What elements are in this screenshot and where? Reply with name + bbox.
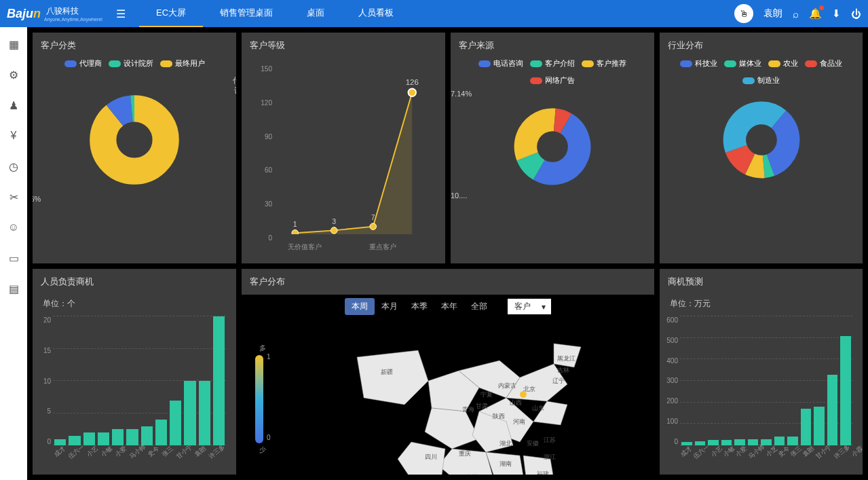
download-icon[interactable]: ⬇ xyxy=(832,7,841,20)
svg-point-6 xyxy=(408,88,415,96)
panel-industry: 行业分布 科技业媒体业农业食品业制造业 科技业：... 媒体业：4.17% 农业… xyxy=(660,33,863,263)
bell-icon[interactable]: 🔔 xyxy=(809,7,822,20)
svg-text:湖北: 湖北 xyxy=(499,440,512,447)
gear-icon[interactable]: ⚙ xyxy=(7,68,20,81)
username: 袁朗 xyxy=(763,7,782,20)
unit-label: 单位：万元 xyxy=(660,295,863,313)
legend-item[interactable]: 媒体业 xyxy=(724,58,761,69)
logo-cn: 八骏科技 xyxy=(46,5,102,17)
slice-label: 网络广告：7.14% xyxy=(451,89,472,99)
svg-text:陕西: 陕西 xyxy=(493,413,505,420)
legend: 代理商设计院所最终用户 xyxy=(33,58,236,72)
svg-point-5 xyxy=(370,223,377,230)
bar xyxy=(801,409,812,445)
line-chart: 1501209060300 1 3 7 126 无价值客户 重点客户 xyxy=(255,65,432,242)
avatar[interactable]: 🖱 xyxy=(734,4,753,23)
x-axis: 成才伍六一小艺小敏小爱马小帅小芝史今张三袁朗甘小宁许三多小霞 xyxy=(680,447,852,456)
power-icon[interactable]: ⏻ xyxy=(851,8,861,20)
monitor-icon[interactable]: ▭ xyxy=(7,251,20,265)
bar-chart: 20151050 xyxy=(53,316,226,445)
nav-tabs: EC大屏 销售管理桌面 桌面 人员看板 xyxy=(139,0,411,27)
tools-icon[interactable]: ✂ xyxy=(7,190,20,204)
filter-year[interactable]: 本年 xyxy=(434,298,464,315)
legend-item[interactable]: 科技业 xyxy=(680,58,717,69)
slice-label: 代理商：9.38% xyxy=(233,75,236,86)
user-icon[interactable]: ☺ xyxy=(7,221,20,234)
legend-item[interactable]: 设计院所 xyxy=(109,58,153,69)
filter-month[interactable]: 本月 xyxy=(375,298,404,315)
hamburger-icon[interactable]: ☰ xyxy=(116,7,126,20)
x-axis: 成才伍六一小艺小敏小爱马小帅史今张三甘小宁袁朗许三多 xyxy=(53,447,226,456)
filter-quarter[interactable]: 本季 xyxy=(404,298,434,315)
bar xyxy=(184,381,195,445)
legend-item[interactable]: 农业 xyxy=(768,58,798,69)
svg-text:湖南: 湖南 xyxy=(499,460,512,467)
tab-staff[interactable]: 人员看板 xyxy=(341,0,411,27)
svg-text:3: 3 xyxy=(332,217,336,225)
filter-week[interactable]: 本周 xyxy=(345,298,375,315)
person-icon[interactable]: ♟ xyxy=(7,98,20,112)
search-icon[interactable]: ⌕ xyxy=(793,8,799,20)
legend-item[interactable]: 电话咨询 xyxy=(478,58,523,69)
bar xyxy=(748,439,759,446)
bar xyxy=(774,437,785,445)
tab-desktop[interactable]: 桌面 xyxy=(290,0,341,27)
dimension-select[interactable]: 客户 ▾ xyxy=(508,299,551,314)
y-axis: 20151050 xyxy=(36,316,51,445)
grid-icon[interactable]: ▦ xyxy=(7,37,20,51)
svg-text:辽宁: 辽宁 xyxy=(552,377,565,384)
compass-icon[interactable]: ◷ xyxy=(7,160,20,173)
svg-text:新疆: 新疆 xyxy=(381,369,393,375)
legend-item[interactable]: 食品业 xyxy=(805,58,842,69)
bar xyxy=(126,429,138,445)
svg-text:安徽: 安徽 xyxy=(527,440,539,447)
legend-item[interactable]: 网络广告 xyxy=(530,75,575,86)
y-axis: 1501209060300 xyxy=(255,65,272,242)
top-bar: Bajun 八骏科技 Anyone,Anytime,Anywhere! ☰ EC… xyxy=(0,0,868,27)
panel-customer-distribution: 客户分布 本周 本月 本季 本年 全部 客户 ▾ 多 1 0 xyxy=(242,269,654,475)
user-area: 🖱 袁朗 ⌕ 🔔 ⬇ ⏻ xyxy=(734,4,861,23)
svg-text:7: 7 xyxy=(371,213,375,221)
filter-all[interactable]: 全部 xyxy=(464,298,494,315)
slice-label: 设计院所：1.... xyxy=(234,86,236,96)
bar xyxy=(840,336,851,446)
svg-text:北京: 北京 xyxy=(523,386,535,392)
svg-point-4 xyxy=(331,227,337,234)
panel-title: 行业分布 xyxy=(660,33,863,58)
unit-label: 单位：个 xyxy=(33,295,236,313)
svg-text:贵州: 贵州 xyxy=(466,474,478,475)
panel-title: 客户分类 xyxy=(33,33,236,58)
panel-title: 客户分布 xyxy=(242,269,654,295)
bar xyxy=(199,381,210,445)
bar xyxy=(827,375,838,446)
heatmap-gradient: 多 1 0 少 xyxy=(255,344,271,455)
donut-chart: 网络广告：7.14% 客户推荐： 客户介绍：10.... 电话咨询： xyxy=(451,106,654,187)
bar xyxy=(814,407,825,445)
donut-chart: 科技业：... 媒体业：4.17% 农业：8.33% 食品业：12.5% 制造业… xyxy=(660,99,863,181)
filter-bar: 本周 本月 本季 本年 全部 客户 ▾ xyxy=(242,295,654,318)
svg-text:山东: 山东 xyxy=(532,405,544,411)
svg-text:宁夏: 宁夏 xyxy=(480,391,493,398)
chevron-down-icon: ▾ xyxy=(542,302,546,312)
legend-item[interactable]: 客户介绍 xyxy=(530,58,575,69)
svg-text:126: 126 xyxy=(406,78,419,86)
bar xyxy=(787,437,798,445)
legend-item[interactable]: 代理商 xyxy=(64,58,102,69)
legend-item[interactable]: 制造业 xyxy=(742,75,780,86)
tab-sales[interactable]: 销售管理桌面 xyxy=(203,0,290,27)
panel-title: 客户来源 xyxy=(451,33,654,58)
legend: 电话咨询客户介绍客户推荐网络广告 xyxy=(451,58,654,89)
panel-staff-business: 人员负责商机 单位：个 20151050 成才伍六一小艺小敏小爱马小帅史今张三甘… xyxy=(33,269,236,475)
document-icon[interactable]: ▤ xyxy=(7,282,20,295)
svg-text:1: 1 xyxy=(293,220,297,228)
legend-item[interactable]: 最终用户 xyxy=(160,58,205,69)
tab-ec[interactable]: EC大屏 xyxy=(139,0,203,27)
x-axis: 无价值客户 重点客户 xyxy=(276,242,432,252)
bar xyxy=(141,426,153,446)
svg-text:福建: 福建 xyxy=(537,470,549,475)
yen-icon[interactable]: ¥ xyxy=(7,129,20,143)
slice-label: 最终用户：89.06% xyxy=(33,194,41,204)
svg-text:重庆: 重庆 xyxy=(459,450,471,457)
logo: Bajun 八骏科技 Anyone,Anytime,Anywhere! xyxy=(7,5,102,22)
legend-item[interactable]: 客户推荐 xyxy=(582,58,626,69)
